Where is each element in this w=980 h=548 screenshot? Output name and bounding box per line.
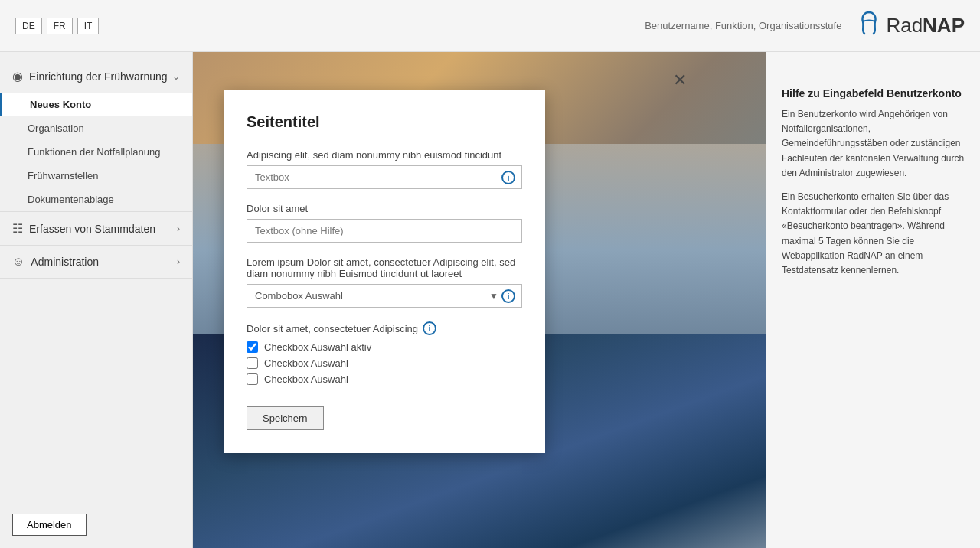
sidebar-section-stammdaten-label: Erfassen von Stammdaten [29,223,155,235]
sidebar: ◉ Einrichtung der Frühwarnung ⌄ Neues Ko… [0,52,193,548]
chevron-right-icon: › [177,223,180,234]
field1-info-icon[interactable]: i [501,171,515,184]
field2-input-wrapper [247,219,522,243]
checkbox-item-2[interactable]: Checkbox Auswahl [247,373,522,385]
field3-info-icon[interactable]: i [501,289,515,303]
sidebar-section-administration-label: Administration [31,256,99,268]
header-right: Benutzername, Funktion, Organisationsstu… [645,11,965,41]
checkbox-1[interactable] [247,357,258,369]
header: DE FR IT Benutzername, Funktion, Organis… [0,0,980,52]
sidebar-item-organisation[interactable]: Organisation [0,116,192,140]
sidebar-item-neues-konto[interactable]: Neues Konto [0,93,192,116]
language-switcher: DE FR IT [15,18,99,34]
logo-icon [857,11,881,41]
logo-rad-text: Rad [886,14,923,38]
sidebar-section-fruehwarnung: ◉ Einrichtung der Frühwarnung ⌄ Neues Ko… [0,60,192,212]
form-group-field1: Adipiscing elit, sed diam nonummy nibh e… [247,149,522,189]
lang-de-button[interactable]: DE [15,18,42,34]
database-icon: ☷ [12,221,23,236]
sidebar-nav: ◉ Einrichtung der Frühwarnung ⌄ Neues Ko… [0,52,192,286]
form-group-field2: Dolor sit amet [247,203,522,243]
chevron-right-icon2: › [177,256,180,267]
field2-label: Dolor sit amet [247,203,522,214]
user-info: Benutzername, Funktion, Organisationsstu… [645,20,841,31]
field3-label: Lorem ipsum Dolor sit amet, consectetuer… [247,256,522,279]
checkbox-2[interactable] [247,373,258,385]
sidebar-item-funktionen[interactable]: Funktionen der Notfallplanung [0,140,192,164]
checkbox-item-1[interactable]: Checkbox Auswahl [247,357,522,369]
checkbox-item-0[interactable]: Checkbox Auswahl aktiv [247,341,522,353]
sidebar-section-fruehwarnung-header[interactable]: ◉ Einrichtung der Frühwarnung ⌄ [0,60,192,93]
sidebar-item-fruehwarnstellen[interactable]: Frühwarnstellen [0,164,192,188]
help-title: Hilfe zu Eingabefeld Benutzerkonto [782,87,965,99]
sidebar-section-administration-header[interactable]: ☺ Administration › [0,246,192,278]
chevron-down-icon: ⌄ [172,71,180,82]
field3-combobox-wrapper: Combobox Auswahl Option 1 Option 2 ▼ i [247,284,522,308]
checkbox-2-label: Checkbox Auswahl [264,373,348,385]
help-paragraph-1: Ein Besucherkonto erhalten Sie über das … [782,190,965,278]
logout-button[interactable]: Abmelden [12,514,87,536]
field1-input[interactable] [247,166,521,188]
sidebar-item-dokumentenablage[interactable]: Dokumentenablage [0,188,192,211]
field1-label: Adipiscing elit, sed diam nonummy nibh e… [247,149,522,161]
logo-nap-text: NAP [923,14,965,38]
logout-area: Abmelden [0,501,192,548]
sidebar-item-organisation-label: Organisation [28,122,84,134]
sidebar-item-dokumentenablage-label: Dokumentenablage [28,194,114,205]
close-button[interactable]: ✕ [673,70,687,90]
checkboxes-info-icon[interactable]: i [423,321,436,335]
field2-input[interactable] [247,220,521,242]
checkboxes-label: Dolor sit amet, consectetuer Adipiscing … [247,321,522,335]
field1-input-wrapper: i [247,165,522,189]
sidebar-section-stammdaten-header[interactable]: ☷ Erfassen von Stammdaten › [0,212,192,245]
form-group-field3: Lorem ipsum Dolor sit amet, consectetuer… [247,256,522,308]
logo: RadNAP [857,11,965,41]
lang-it-button[interactable]: IT [77,18,100,34]
sidebar-section-fruehwarnung-label: Einrichtung der Frühwarnung [29,70,168,83]
sidebar-item-fruehwarnstellen-label: Frühwarnstellen [28,170,99,181]
field3-combobox[interactable]: Combobox Auswahl Option 1 Option 2 [247,285,521,307]
lang-fr-button[interactable]: FR [47,18,73,34]
checkbox-0[interactable] [247,341,258,353]
person-icon: ☺ [12,255,24,269]
modal-title: Seitentitel [247,113,522,131]
sidebar-section-administration: ☺ Administration › [0,246,192,279]
main-area: ✕ Seitentitel Adipiscing elit, sed diam … [193,52,980,548]
location-icon: ◉ [12,69,23,83]
checkbox-1-label: Checkbox Auswahl [264,357,348,369]
checkbox-0-label: Checkbox Auswahl aktiv [264,341,371,353]
help-paragraph-0: Ein Benutzerkonto wird Angehörigen von N… [782,107,965,181]
sidebar-section-stammdaten: ☷ Erfassen von Stammdaten › [0,212,192,246]
sidebar-item-neues-konto-label: Neues Konto [30,99,91,110]
modal-dialog: Seitentitel Adipiscing elit, sed diam no… [224,90,545,453]
save-button[interactable]: Speichern [247,406,324,430]
sidebar-item-funktionen-label: Funktionen der Notfallplanung [28,146,160,158]
help-panel: Hilfe zu Eingabefeld Benutzerkonto Ein B… [766,52,980,548]
checkboxes-label-text: Dolor sit amet, consectetuer Adipiscing [247,323,418,334]
form-group-checkboxes: Dolor sit amet, consectetuer Adipiscing … [247,321,522,385]
